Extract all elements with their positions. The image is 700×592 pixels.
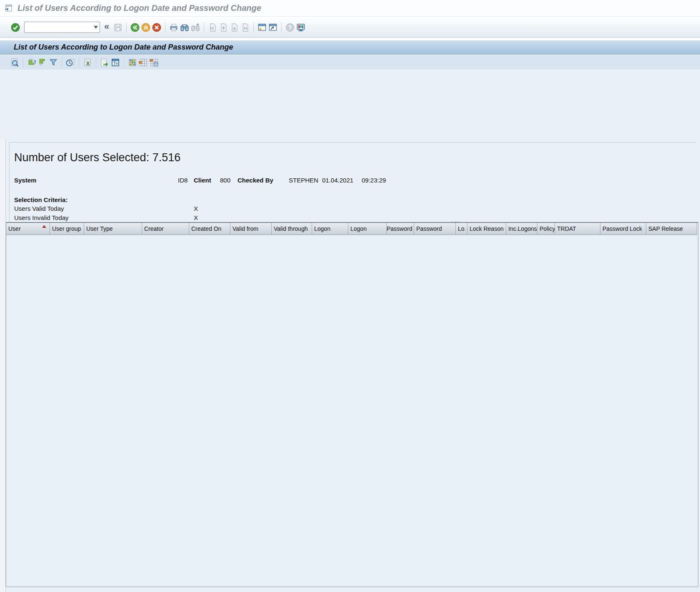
sort-ascending-indicator	[42, 225, 46, 228]
back-icon[interactable]	[130, 22, 140, 33]
details-icon[interactable]	[9, 57, 20, 68]
toolbar-separator	[204, 22, 204, 32]
previous-page-icon[interactable]	[218, 22, 229, 33]
column-header-label: Password Lock	[602, 225, 642, 232]
criteria-row: Users Valid TodayX	[14, 205, 264, 214]
users-selected-label: Number of Users Selected:	[14, 151, 149, 164]
column-header-label: Policy	[540, 225, 555, 232]
last-page-icon[interactable]	[240, 22, 250, 33]
criteria-value: X	[194, 214, 198, 221]
column-header-label: User Type	[86, 225, 113, 232]
toolbar-separator	[23, 57, 23, 67]
customize-layout-icon[interactable]	[295, 22, 306, 33]
svg-text:T: T	[113, 61, 116, 65]
users-selected-value: 7.516	[152, 151, 181, 164]
window-title: List of Users According to Logon Date an…	[18, 3, 261, 13]
sort-ascending-icon[interactable]	[26, 57, 37, 68]
spreadsheet-export-icon[interactable]: X	[82, 57, 93, 68]
filter-icon[interactable]	[48, 57, 59, 68]
change-layout-icon[interactable]	[138, 57, 149, 68]
column-header-vfrom[interactable]: Valid from	[230, 223, 272, 235]
local-file-export-icon[interactable]	[99, 57, 110, 68]
column-header-vthrough[interactable]: Valid through	[272, 223, 312, 235]
help-icon[interactable]: ?	[285, 22, 295, 33]
column-header-label: User	[8, 225, 21, 232]
system-value: ID8	[178, 177, 188, 184]
toolbar-separator	[253, 22, 254, 32]
column-header-ltime[interactable]: Logon	[348, 223, 387, 235]
save-layout-icon[interactable]	[149, 57, 160, 68]
toolbar-separator	[124, 57, 124, 67]
checked-by-label: Checked By	[238, 177, 273, 184]
alv-grid: UserUser groupUser TypeCreatorCreated On…	[6, 222, 698, 587]
system-label: System	[14, 177, 36, 184]
checked-date: 01.04.2021	[322, 177, 353, 184]
word-processing-icon[interactable]: T	[110, 57, 121, 68]
column-header-logon[interactable]: Logon	[312, 223, 348, 235]
column-header-label: TRDAT	[557, 225, 576, 232]
column-header-trdat[interactable]: TRDAT	[555, 223, 600, 235]
column-header-label: Created On	[191, 225, 221, 232]
toolbar-separator	[281, 22, 282, 32]
first-page-icon[interactable]	[207, 22, 218, 33]
column-header-policy[interactable]: Policy	[538, 223, 555, 235]
column-header-pwicon[interactable]: Password	[387, 223, 414, 235]
column-header-label: Inc.Logons	[508, 225, 537, 232]
command-input[interactable]	[24, 22, 100, 33]
new-session-icon[interactable]	[257, 22, 268, 33]
client-label: Client	[194, 177, 211, 184]
main-toolbar: « ?	[0, 17, 700, 38]
app-titlebar: List of Users According to Logon Date an…	[0, 40, 700, 55]
column-header-lreason[interactable]: Lock Reason	[468, 223, 506, 235]
column-header-release[interactable]: SAP Release	[646, 223, 697, 235]
command-dropdown-icon[interactable]	[94, 26, 98, 29]
column-header-label: Lo	[458, 225, 465, 232]
find-next-icon[interactable]	[190, 22, 201, 33]
criteria-label: Users Valid Today	[14, 205, 64, 212]
window-titlebar: List of Users According to Logon Date an…	[0, 0, 700, 17]
column-header-creator[interactable]: Creator	[142, 223, 189, 235]
find-icon[interactable]	[179, 22, 190, 33]
column-header-utype[interactable]: User Type	[84, 223, 142, 235]
toolbar-separator	[79, 57, 79, 67]
create-shortcut-icon[interactable]	[268, 22, 278, 33]
gauge-document-icon[interactable]	[65, 57, 76, 68]
left-gutter	[0, 139, 6, 592]
column-header-label: Valid through	[274, 225, 308, 232]
exit-icon[interactable]	[140, 22, 151, 33]
next-page-icon[interactable]	[229, 22, 240, 33]
checked-by-value: STEPHEN	[289, 177, 318, 184]
save-icon[interactable]	[112, 22, 123, 33]
criteria-value: X	[194, 205, 198, 212]
enter-icon[interactable]	[10, 22, 21, 33]
views-grid-icon[interactable]	[127, 57, 138, 68]
column-header-label: User group	[52, 225, 81, 232]
column-header-label: SAP Release	[648, 225, 683, 232]
toolbar-separator	[62, 57, 62, 67]
window-icon[interactable]	[4, 4, 13, 13]
sort-descending-icon[interactable]	[37, 57, 48, 68]
column-header-pwlock[interactable]: Password Lock	[600, 223, 646, 235]
print-icon[interactable]	[168, 22, 179, 33]
column-header-pwdate[interactable]: Password	[414, 223, 456, 235]
cancel-icon[interactable]	[151, 22, 162, 33]
toolbar-separator	[96, 57, 96, 67]
toolbar-separator	[165, 22, 165, 32]
column-header-created[interactable]: Created On	[189, 223, 230, 235]
column-header-label: Valid from	[232, 225, 258, 232]
column-header-label: Logon	[314, 225, 330, 232]
command-field[interactable]	[24, 22, 100, 33]
column-header-user[interactable]: User	[6, 223, 50, 235]
column-header-label: Logon	[350, 225, 367, 232]
column-header-lock[interactable]: Lo...	[456, 223, 468, 235]
column-header-group[interactable]: User group	[50, 223, 84, 235]
svg-text:X: X	[86, 61, 90, 67]
column-header-label: Password	[387, 225, 412, 232]
table-header-row: UserUser groupUser TypeCreatorCreated On…	[6, 223, 697, 235]
column-header-inclog[interactable]: Inc.Logons	[506, 223, 538, 235]
collapse-toolbar-icon[interactable]: «	[104, 21, 109, 32]
column-header-label: Password	[416, 225, 442, 232]
svg-text:?: ?	[288, 24, 292, 31]
app-title: List of Users According to Logon Date an…	[14, 43, 233, 52]
checked-time: 09:23:29	[362, 177, 386, 184]
